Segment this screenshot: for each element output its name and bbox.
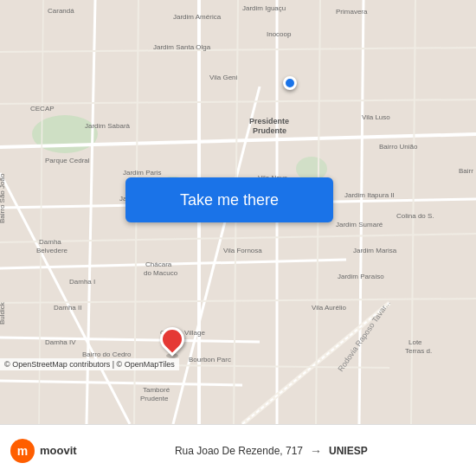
svg-text:Prudente: Prudente [140,395,169,402]
svg-text:Bairr: Bairr [459,167,473,175]
svg-text:Jardim Sabarà: Jardim Sabarà [85,122,131,130]
svg-text:Lote: Lote [408,338,422,346]
svg-text:do Macuco: do Macuco [144,269,178,277]
svg-text:Bairro União: Bairro União [379,143,418,151]
svg-text:Jardim Marisa: Jardim Marisa [353,247,397,254]
svg-text:Bourbon Parc: Bourbon Parc [189,356,231,363]
svg-text:Vila Aurélio: Vila Aurélio [312,304,346,312]
route-arrow-icon: → [310,444,322,458]
svg-text:Jardim Itapura II: Jardim Itapura II [344,191,395,199]
svg-text:Inocoop: Inocoop [267,30,292,38]
svg-text:Jardim Iguaçu: Jardim Iguaçu [242,4,286,12]
take-me-there-button[interactable]: Take me there [125,177,333,222]
svg-text:Vila Fornosa: Vila Fornosa [223,247,262,254]
svg-text:Belvedere: Belvedere [36,247,68,254]
map: Rodovia Raposo Tavar... Carandá Jardim A… [0,0,476,424]
origin-label: Rua Joao De Rezende, 717 [175,445,303,457]
moovit-logo-icon: m [10,439,35,463]
svg-text:Bairro São João: Bairro São João [0,173,6,223]
svg-text:Damha I: Damha I [69,278,95,286]
map-attribution: © OpenStreetMap contributors | © OpenMap… [0,358,179,370]
svg-text:Vila Geni: Vila Geni [209,74,238,81]
origin-marker [283,76,297,90]
svg-text:Jardim Sumaré: Jardim Sumaré [336,221,383,228]
svg-text:Prudente: Prudente [253,126,286,135]
svg-text:Jardim Paris: Jardim Paris [123,169,161,177]
svg-text:Parque Cedral: Parque Cedral [45,157,90,164]
destination-label: UNIESP [329,445,368,457]
svg-text:Colina do S.: Colina do S. [396,212,434,220]
svg-text:Damha II: Damha II [54,304,81,312]
svg-text:Jardim Santa Olga: Jardim Santa Olga [153,43,211,51]
svg-text:Damha: Damha [39,238,61,246]
bottom-bar: m moovit Rua Joao De Rezende, 717 → UNIE… [0,424,476,476]
svg-text:Vila Luso: Vila Luso [362,113,390,121]
moovit-logo-text: moovit [40,444,77,457]
svg-text:CECAP: CECAP [30,105,55,113]
svg-text:Presidente: Presidente [249,117,289,125]
svg-text:Tamboré: Tamboré [143,386,170,394]
moovit-logo: m moovit [10,439,77,463]
svg-text:Terras d.: Terras d. [405,347,432,355]
svg-text:Chácara: Chácara [145,261,172,268]
svg-text:Buldick: Buldick [0,301,6,325]
svg-text:Damha IV: Damha IV [45,338,76,346]
svg-text:Carandá: Carandá [48,7,74,15]
svg-text:Bairro do Cedro: Bairro do Cedro [82,351,132,358]
route-info: Rua Joao De Rezende, 717 → UNIESP [77,444,466,458]
svg-text:Jardim América: Jardim América [173,13,222,21]
svg-text:Primavera: Primavera [336,8,368,16]
svg-text:Jardim Paraíso: Jardim Paraíso [338,273,384,280]
destination-marker [160,327,184,358]
